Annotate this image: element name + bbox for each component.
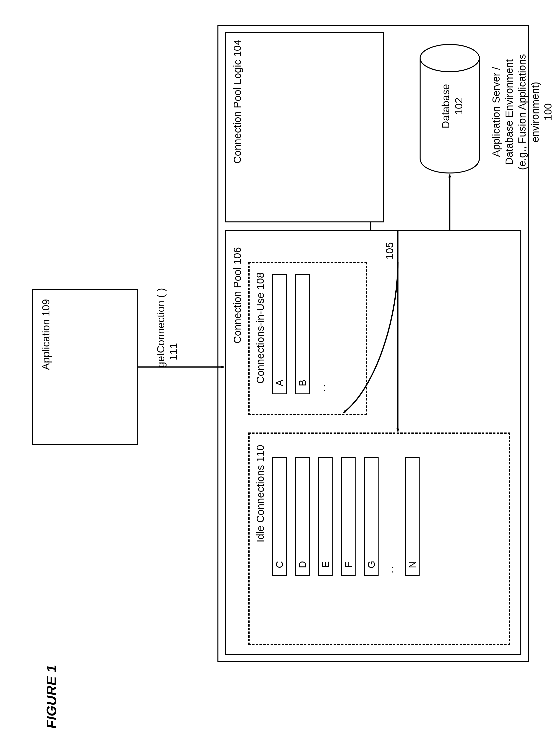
env-title-line4: environment): [529, 82, 541, 142]
slot-label-f: F: [343, 561, 354, 568]
idle-connections-label: Idle Connections 110: [254, 445, 267, 542]
pool-arrow-num: 105: [383, 242, 396, 260]
in-use-ellipsis: ··: [319, 384, 331, 393]
slot-label-g: G: [366, 561, 377, 569]
pool-logic-label: Connection Pool Logic 104: [231, 40, 244, 164]
connection-slot-n: N: [405, 457, 420, 576]
connection-slot-d: D: [295, 457, 310, 576]
slot-label-n: N: [407, 561, 418, 568]
slot-label-a: A: [274, 380, 285, 386]
connection-slot-b: B: [295, 274, 310, 394]
connection-slot-f: F: [341, 457, 355, 576]
env-title-line3: (e.g., Fusion Applications: [516, 54, 528, 170]
database-label: Database 102: [439, 84, 465, 128]
pool-logic-box: [225, 32, 384, 222]
database-name: Database: [440, 84, 451, 128]
application-label: Application 109: [40, 299, 53, 370]
database-num: 102: [453, 98, 464, 115]
env-title-line1: Application Server /: [490, 67, 502, 157]
slot-label-e: E: [320, 561, 331, 568]
slot-label-c: C: [274, 561, 285, 568]
connection-slot-c: C: [272, 457, 287, 576]
idle-ellipsis: ··: [387, 566, 399, 575]
connection-slot-e: E: [318, 457, 333, 576]
get-connection-label: getConnection ( ): [155, 288, 168, 368]
idle-connections-box: [248, 432, 510, 645]
env-title-line2: Database Environment: [503, 59, 515, 165]
connection-pool-label: Connection Pool 106: [231, 247, 244, 343]
connection-slot-g: G: [364, 457, 379, 576]
get-connection-num: 111: [167, 343, 180, 360]
env-title-line5: 100: [542, 103, 554, 121]
environment-title: Application Server / Database Environmen…: [490, 43, 554, 181]
connections-in-use-label: Connections-in-Use 108: [254, 272, 267, 384]
slot-label-b: B: [297, 380, 308, 386]
figure-label: FIGURE 1: [43, 665, 59, 728]
connection-slot-a: A: [272, 274, 287, 394]
slot-label-d: D: [297, 561, 308, 568]
